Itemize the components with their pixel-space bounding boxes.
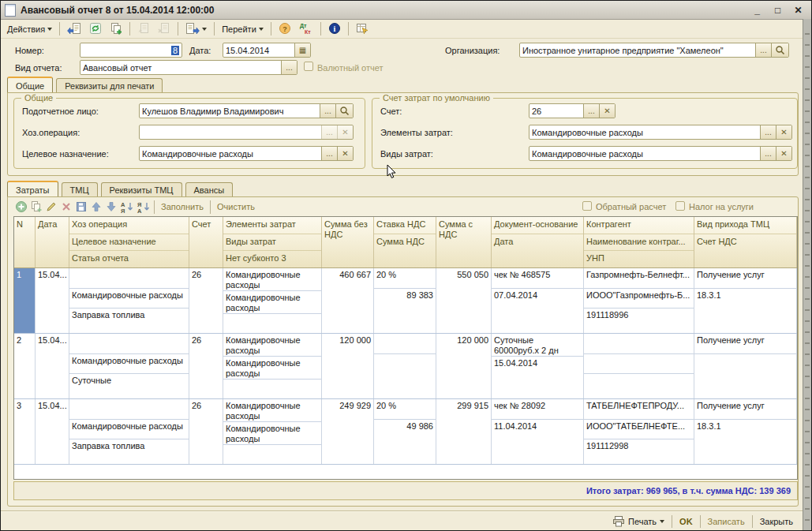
table-cell[interactable]: чек № 2809211.04.2014 bbox=[492, 399, 584, 464]
clear-table-button[interactable]: Очистить bbox=[213, 202, 259, 211]
table-cell[interactable]: 299 915 bbox=[436, 399, 492, 464]
tab-tmc-details[interactable]: Реквизиты ТМЦ bbox=[101, 182, 182, 197]
clear-button[interactable]: ✕ bbox=[776, 147, 791, 160]
calendar-button[interactable]: ▦ bbox=[294, 43, 310, 57]
organization-field[interactable]: Иностранное унитарное предприятие "Хамел… bbox=[519, 43, 789, 58]
column-header[interactable]: Хоз операцияЦелевое назначениеСтатья отч… bbox=[69, 217, 189, 267]
tab-costs[interactable]: Затраты bbox=[7, 181, 58, 197]
account-field[interactable]: 26 ... ✕ bbox=[529, 103, 616, 118]
print-button[interactable]: Печать bbox=[606, 514, 671, 529]
magnifier-button[interactable] bbox=[335, 104, 353, 118]
sort-desc-button[interactable]: ЯА bbox=[135, 200, 152, 214]
table-cell[interactable]: 550 050 bbox=[436, 268, 492, 333]
fill-button[interactable]: Заполнить bbox=[157, 202, 208, 211]
table-cell[interactable]: 26 bbox=[189, 268, 223, 333]
number-field[interactable]: 8 bbox=[80, 43, 182, 58]
post-and-close-button[interactable] bbox=[182, 21, 210, 37]
business-operation-field[interactable]: ... ✕ bbox=[139, 125, 354, 140]
purpose-field[interactable]: Командировочные расходы ... ✕ bbox=[139, 146, 354, 161]
table-row[interactable]: 315.04...Командировочные расходыЗаправка… bbox=[14, 399, 797, 465]
clear-button[interactable]: ✕ bbox=[337, 125, 353, 139]
accountable-person-field[interactable]: Кулешов Владимир Владимирович ... bbox=[139, 103, 354, 118]
add-row-button[interactable] bbox=[13, 200, 28, 214]
cost-elements-field[interactable]: Командировочные расходы ... ✕ bbox=[529, 125, 792, 140]
date-field[interactable]: 15.04.2014 ▦ bbox=[223, 43, 311, 58]
table-row[interactable]: 215.04...Командировочные расходыСуточные… bbox=[14, 334, 797, 399]
table-cell[interactable]: 15.04... bbox=[36, 334, 69, 398]
window-resize-strip[interactable] bbox=[803, 19, 811, 530]
table-cell[interactable]: 3 bbox=[14, 399, 36, 464]
currency-report-checkbox[interactable] bbox=[304, 62, 313, 71]
report-type-field[interactable]: Авансовый отчет ... bbox=[80, 60, 297, 75]
actions-button[interactable]: Действия bbox=[4, 21, 55, 37]
goto-button[interactable]: Перейти bbox=[219, 21, 267, 37]
clear-button[interactable]: ✕ bbox=[599, 104, 615, 118]
table-cell[interactable]: Командировочные расходыЗаправка топлива bbox=[69, 399, 189, 464]
help-button[interactable]: ? bbox=[275, 21, 294, 37]
dt-kt-button[interactable]: ДтКт bbox=[296, 21, 316, 37]
table-cell[interactable]: 120 000 bbox=[436, 334, 492, 398]
table-cell[interactable]: 15.04... bbox=[36, 399, 69, 464]
info-button[interactable]: i bbox=[325, 21, 344, 37]
table-cell[interactable]: Командировочные расходыКомандировочные р… bbox=[223, 399, 322, 464]
cost-types-field[interactable]: Командировочные расходы ... ✕ bbox=[529, 146, 792, 161]
report-button[interactable] bbox=[353, 21, 372, 37]
choose-button[interactable]: ... bbox=[760, 125, 776, 139]
table-cell[interactable]: ТАТБЕЛНЕФТЕПРОДУ...ИООО"ТАТБЕЛНЕФТЕ...19… bbox=[584, 399, 694, 464]
tab-print-details[interactable]: Реквизиты для печати bbox=[56, 78, 163, 93]
ok-button[interactable]: OK bbox=[673, 514, 699, 529]
table-cell[interactable]: 120 000 bbox=[322, 334, 374, 398]
table-cell[interactable]: 1 bbox=[14, 268, 36, 333]
copy-document-button[interactable] bbox=[107, 21, 125, 37]
column-header[interactable]: Элементы затратВиды затратНет субконто 3 bbox=[223, 217, 322, 267]
column-header[interactable]: Дата bbox=[36, 217, 69, 267]
tab-advances[interactable]: Авансы bbox=[185, 182, 234, 197]
unpost-document-button[interactable] bbox=[155, 21, 174, 37]
magnifier-button[interactable] bbox=[771, 43, 788, 57]
copy-row-button[interactable] bbox=[28, 200, 43, 214]
table-cell[interactable]: 26 bbox=[189, 334, 223, 398]
table-cell[interactable]: 26 bbox=[189, 399, 223, 464]
tab-tmc[interactable]: ТМЦ bbox=[62, 182, 98, 197]
close-form-button[interactable]: Закрыть bbox=[754, 514, 799, 529]
end-edit-button[interactable] bbox=[73, 200, 88, 214]
table-cell[interactable]: чек № 46857507.04.2014 bbox=[492, 268, 584, 333]
column-header[interactable]: Счет bbox=[189, 217, 223, 267]
column-header[interactable]: N bbox=[14, 217, 36, 267]
reverse-calc-checkbox[interactable] bbox=[582, 201, 592, 211]
table-cell[interactable]: Командировочные расходыСуточные bbox=[69, 334, 189, 398]
table-cell[interactable]: 15.04... bbox=[36, 268, 69, 333]
service-tax-checkbox[interactable] bbox=[675, 201, 685, 211]
table-cell[interactable] bbox=[374, 334, 436, 398]
table-cell[interactable]: Командировочные расходыЗаправка топлива bbox=[69, 268, 189, 333]
table-cell[interactable]: 2 bbox=[14, 334, 36, 398]
minimize-button[interactable]: _ bbox=[748, 3, 766, 17]
table-cell[interactable]: 249 929 bbox=[322, 399, 374, 464]
move-down-button[interactable] bbox=[103, 200, 118, 214]
column-header[interactable]: Сумма с НДС bbox=[436, 217, 492, 267]
move-up-button[interactable] bbox=[88, 200, 103, 214]
tab-general[interactable]: Общие bbox=[7, 77, 53, 93]
table-cell[interactable]: 460 667 bbox=[322, 268, 374, 333]
table-cell[interactable]: 20 %49 986 bbox=[374, 399, 436, 464]
post-document-button[interactable] bbox=[134, 21, 153, 37]
column-header[interactable]: КонтрагентНаименование контраг...УНП bbox=[584, 217, 694, 267]
table-cell[interactable]: Газпромнефть-Белнефт...ИООО"Газпромнефть… bbox=[584, 268, 694, 333]
save-button[interactable]: Записать bbox=[702, 514, 751, 529]
choose-button[interactable]: ... bbox=[321, 125, 337, 139]
clear-button[interactable]: ✕ bbox=[776, 125, 791, 139]
choose-button[interactable]: ... bbox=[760, 147, 776, 160]
table-cell[interactable]: Получение услуг18.3.1 bbox=[694, 268, 797, 333]
sort-asc-button[interactable]: АЯ bbox=[118, 200, 135, 214]
choose-button[interactable]: ... bbox=[583, 104, 599, 118]
choose-button[interactable]: ... bbox=[281, 61, 297, 74]
choose-button[interactable]: ... bbox=[321, 147, 337, 160]
clear-button[interactable]: ✕ bbox=[337, 147, 353, 160]
table-cell[interactable]: Получение услуг18.3.1 bbox=[694, 399, 797, 464]
column-header[interactable]: Сумма без НДС bbox=[322, 217, 374, 267]
save-record-button[interactable] bbox=[64, 21, 84, 37]
table-cell[interactable] bbox=[584, 334, 694, 398]
table-cell[interactable]: Командировочные расходыКомандировочные р… bbox=[223, 268, 322, 333]
table-cell[interactable]: 20 %89 383 bbox=[374, 268, 436, 333]
column-header[interactable]: Ставка НДССумма НДС bbox=[374, 217, 436, 267]
